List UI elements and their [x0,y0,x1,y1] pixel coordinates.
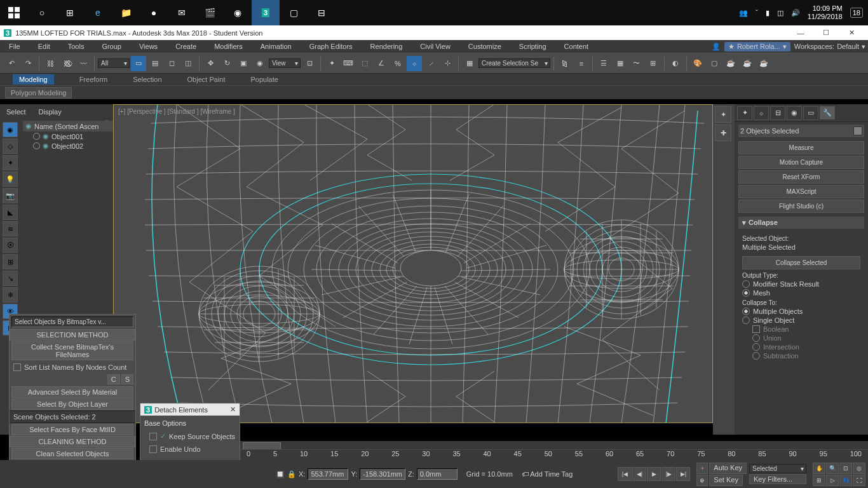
align-button[interactable]: ≡ [574,56,589,71]
layer-explorer-button[interactable]: ☰ [596,56,611,71]
scene-item-object001[interactable]: ◉Object001 [23,132,113,141]
isolate-icon[interactable]: 🔲 [276,470,285,478]
rect-region-button[interactable]: ◻ [164,56,179,71]
utilities-tab[interactable]: 🔧 [820,106,835,120]
edge-icon[interactable]: e [84,0,112,25]
menu-animation[interactable]: Animation [252,40,301,53]
editable-poly-button[interactable]: ▦ [462,56,477,71]
tray-chevron-icon[interactable]: ˇ [756,9,758,17]
motion-capture-button[interactable]: Motion Capture [738,156,864,169]
placement-button[interactable]: ◉ [252,56,268,71]
battery-icon[interactable]: ▮ [766,9,770,17]
collapse-selected-button[interactable]: Collapse Selected [742,256,860,269]
timeline[interactable]: 0510 152025 303540 455055 606570 758085 … [240,441,868,460]
radio-mesh[interactable]: Mesh [742,289,860,297]
measure-button[interactable]: Measure [738,141,864,154]
mail-icon[interactable]: ✉ [168,0,196,25]
volume-icon[interactable]: 🔊 [791,9,800,17]
manipulate-button[interactable]: ✦ [324,56,339,71]
timeline-ruler[interactable]: 0510 152025 303540 455055 606570 758085 … [240,449,868,460]
filter-groups-icon[interactable]: ⊞ [3,254,18,269]
render-setup-button[interactable]: 🎨 [690,56,705,71]
collect-filenames-button[interactable]: Collect Scene BitmapTex's FileNames [11,341,133,360]
filter-geometry-icon[interactable]: ◇ [3,139,18,154]
y-coord[interactable]: -158.301mm [360,468,405,480]
movies-icon[interactable]: 🎬 [196,0,224,25]
polygon-modeling-button[interactable]: Polygon Modeling [5,87,72,98]
bind-button[interactable]: 〰 [76,56,91,71]
unlink-button[interactable]: ⛓⃠ [59,56,74,71]
move-button[interactable]: ✥ [203,56,218,71]
motion-tab[interactable]: ◉ [787,106,802,120]
menu-customize[interactable]: Customize [459,40,510,53]
maximize-viewport-button[interactable]: ⛶ [853,475,865,486]
filter-space-icon[interactable]: ≋ [3,221,18,236]
selection-filter-dropdown[interactable]: All [98,58,130,68]
chrome-icon[interactable]: ◉ [224,0,252,25]
c-button[interactable]: C [107,374,120,384]
scene-tab-select[interactable]: Select [6,108,26,116]
ref-coord-dropdown[interactable]: View [269,58,301,68]
clock[interactable]: 10:09 PM 11/29/2018 [808,4,843,21]
menu-scripting[interactable]: Scripting [510,40,555,53]
mirror-button[interactable]: ⧎ [557,56,573,71]
angle-snap-button[interactable]: ∠ [374,56,389,71]
redo-button[interactable]: ↷ [20,56,36,71]
filter-all-icon[interactable]: ◉ [3,122,18,137]
ribbon-tab-modeling[interactable]: Modeling [13,74,54,85]
menu-rendering[interactable]: Rendering [362,40,412,53]
detach-titlebar[interactable]: 3Detach Elements✕ [140,403,240,416]
menu-modifiers[interactable]: Modifiers [205,40,252,53]
menu-create[interactable]: Create [166,40,205,53]
link-button[interactable]: ⛓ [43,56,58,71]
window-crossing-button[interactable]: ◫ [180,56,196,71]
keep-source-check[interactable]: ✓Keep Source Objects [140,430,240,442]
rendered-frame-button[interactable]: ▢ [707,56,722,71]
scene-list-header[interactable]: ◉Name (Sorted Ascen [23,121,113,132]
viewport[interactable]: [+] [Perspective ] [Standard ] [Wirefram… [113,104,713,423]
cortana-icon[interactable]: ○ [28,0,56,25]
select-object-button[interactable]: ▭ [131,56,146,71]
reset-xform-button[interactable]: Reset XForm [738,170,864,184]
hierarchy-tab[interactable]: ⊟ [770,106,785,120]
pivot-button[interactable]: ⊡ [302,56,317,71]
advanced-select-button[interactable]: Advanced Select By Material [11,386,133,398]
collapse-rollout[interactable]: ▾Collapse [738,217,864,229]
menu-edit[interactable]: Edit [29,40,59,53]
display-tab[interactable]: ▭ [803,106,818,120]
next-frame-button[interactable]: |▶ [661,467,675,481]
people-icon[interactable]: 👥 [739,9,748,17]
radio-modifier-stack[interactable]: Modifier Stack Result [742,280,860,288]
ribbon-tab-freeform[interactable]: Freeform [79,76,108,83]
maxscript-button[interactable]: MAXScript [738,185,864,198]
detach-close-button[interactable]: ✕ [230,405,236,414]
select-layer-button[interactable]: Select By Object Layer [11,398,133,410]
enable-undo-check[interactable]: Enable Undo [140,444,240,455]
pan-button[interactable]: ✋ [813,463,825,474]
undo-button[interactable]: ↶ [4,56,19,71]
auto-key-button[interactable]: Auto Key [709,463,747,474]
arc-rotate-button[interactable]: ◎ [853,463,865,474]
render-iterative-button[interactable]: ☕ [740,56,755,71]
filter-xref-icon[interactable]: ↘ [3,271,18,286]
ribbon-tab-object-paint[interactable]: Object Paint [187,76,226,83]
keyboard-button[interactable]: ⌨ [341,56,356,71]
snap-toggle-button[interactable]: ⬚ [357,56,372,71]
clean-objects-button[interactable]: Clean Selected Objects [11,448,133,459]
menu-group[interactable]: Group [93,40,130,53]
app-icon-1[interactable]: ● [140,0,168,25]
zoom-all-button[interactable]: ⊞ [813,475,825,486]
sort-names-check[interactable]: Sort List Names By Nodes Count [10,362,135,373]
modify-tab[interactable]: ⟐ [754,106,769,120]
select-by-name-button[interactable]: ▤ [147,56,163,71]
menu-civil-view[interactable]: Civil View [411,40,459,53]
goto-end-button[interactable]: ▶| [676,467,690,481]
menu-tools[interactable]: Tools [59,40,93,53]
task-view-icon[interactable]: ⊞ [56,0,84,25]
rotate-button[interactable]: ↻ [219,56,234,71]
schematic-view-button[interactable]: ⊞ [646,56,661,71]
filter-lights-icon[interactable]: 💡 [3,172,18,187]
set-key-plus-button[interactable]: ⊕ [696,475,708,486]
scale-button[interactable]: ▣ [236,56,251,71]
key-filters-button[interactable]: Key Filters... [749,474,806,484]
